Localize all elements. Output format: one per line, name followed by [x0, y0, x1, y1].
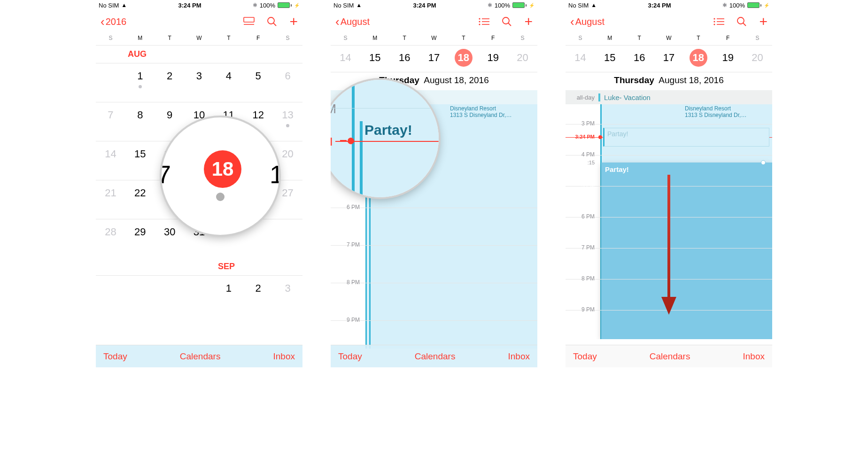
- drag-handle-icon[interactable]: [761, 160, 766, 165]
- screen-day-view: No SIM▲ 3:24 PM ✱100%⚡ ‹August + SMTWTFS…: [331, 0, 537, 367]
- status-bar: No SIM▲ 3:24 PM ✱100%⚡: [331, 0, 537, 10]
- svg-point-10: [503, 17, 509, 24]
- view-toggle-icon[interactable]: [243, 17, 255, 26]
- weekday-header: SMTWTFS: [331, 33, 537, 46]
- chevron-left-icon: ‹: [570, 17, 574, 26]
- toolbar: Today Calendars Inbox: [96, 345, 302, 367]
- magnifier-loupe: 7 18 1: [162, 117, 279, 235]
- back-label: August: [341, 16, 370, 27]
- allday-event[interactable]: Luke- Vacation: [598, 93, 772, 101]
- wifi-icon: ▲: [121, 2, 127, 8]
- add-icon[interactable]: +: [289, 14, 298, 30]
- svg-point-6: [479, 21, 480, 22]
- event-location: Disneyland Resort1313 S Disneyland Dr,…: [685, 105, 769, 118]
- svg-point-14: [714, 21, 715, 22]
- event-dragging[interactable]: Partay!: [601, 163, 772, 339]
- day-selected[interactable]: 18: [449, 48, 478, 67]
- svg-point-16: [714, 23, 715, 25]
- drag-direction-arrow-icon: [659, 175, 678, 316]
- date-title: Thursday August 18, 2016: [566, 72, 772, 90]
- month-grid-sep: 123: [96, 276, 302, 314]
- list-toggle-icon[interactable]: [713, 17, 724, 26]
- back-button[interactable]: ‹2016: [101, 16, 126, 27]
- back-button[interactable]: ‹August: [570, 16, 604, 27]
- day-1[interactable]: 1: [125, 63, 155, 102]
- carrier-label: No SIM: [99, 2, 119, 9]
- svg-point-2: [268, 17, 274, 24]
- allday-label: all-day: [566, 94, 598, 101]
- screen-day-drag: No SIM▲ 3:24 PM ✱100%⚡ ‹August + SMTWTFS…: [566, 0, 772, 367]
- toolbar: Today Calendars Inbox: [566, 345, 772, 367]
- status-bar: No SIM▲ 3:24 PM ✱100%⚡: [96, 0, 302, 10]
- event-location: Disneyland Resort1313 S Disneyland Dr,…: [450, 105, 535, 118]
- back-button[interactable]: ‹August: [335, 16, 370, 27]
- toolbar: Today Calendars Inbox: [331, 345, 537, 367]
- status-time: 3:24 PM: [178, 2, 201, 9]
- charging-icon: ⚡: [294, 3, 300, 8]
- bluetooth-icon: ✱: [488, 2, 492, 8]
- svg-point-18: [737, 17, 744, 24]
- battery-pct: 100%: [260, 2, 275, 9]
- weekday-header: SMTWTFS: [566, 33, 772, 46]
- month-label-sep[interactable]: SEP: [96, 258, 302, 276]
- search-icon[interactable]: [736, 16, 747, 27]
- inbox-button[interactable]: Inbox: [508, 351, 530, 362]
- charging-icon: ⚡: [529, 3, 535, 8]
- battery-icon: [747, 2, 761, 8]
- today-button[interactable]: Today: [573, 351, 597, 362]
- day-timeline[interactable]: Disneyland Resort1313 S Disneyland Dr,… …: [566, 104, 772, 339]
- bluetooth-icon: ✱: [722, 2, 727, 8]
- wifi-icon: ▲: [591, 2, 597, 8]
- today-button[interactable]: Today: [103, 351, 127, 362]
- chevron-left-icon: ‹: [101, 17, 105, 26]
- allday-row[interactable]: all-dayLuke- Vacation: [566, 90, 772, 104]
- battery-icon: [278, 2, 292, 8]
- search-icon[interactable]: [502, 16, 512, 27]
- inbox-button[interactable]: Inbox: [743, 351, 765, 362]
- screen-month-view: No SIM▲ 3:24 PM ✱100%⚡ ‹2016 + SMTWTFS A…: [96, 0, 302, 367]
- nav-bar: ‹August +: [566, 10, 772, 33]
- chevron-left-icon: ‹: [335, 17, 340, 26]
- add-icon[interactable]: +: [759, 14, 767, 30]
- search-icon[interactable]: [267, 16, 277, 27]
- day-strip: 14151617181920: [566, 46, 772, 72]
- back-label: 2016: [106, 16, 127, 27]
- battery-icon: [512, 2, 527, 8]
- day-strip: 14151617181920: [331, 46, 537, 72]
- status-bar: No SIM▲ 3:24 PM ✱100%⚡: [566, 0, 772, 10]
- quarter-hour-label: :15: [566, 160, 595, 165]
- weekday-header: SMTWTFS: [96, 33, 302, 46]
- svg-point-4: [479, 18, 480, 19]
- back-label: August: [575, 16, 604, 27]
- add-icon[interactable]: +: [524, 14, 533, 30]
- nav-bar: ‹2016 +: [96, 10, 302, 33]
- inbox-button[interactable]: Inbox: [273, 351, 295, 362]
- bluetooth-icon: ✱: [253, 2, 257, 8]
- svg-line-19: [743, 23, 746, 26]
- svg-point-8: [479, 23, 480, 25]
- charging-icon: ⚡: [764, 3, 769, 8]
- event-ghost[interactable]: Partay!: [603, 128, 769, 147]
- svg-line-11: [508, 23, 511, 26]
- wifi-icon: ▲: [356, 2, 362, 8]
- svg-rect-0: [244, 17, 254, 22]
- calendars-button[interactable]: Calendars: [415, 351, 456, 362]
- nav-bar: ‹August +: [331, 10, 537, 33]
- calendars-button[interactable]: Calendars: [650, 351, 690, 362]
- month-label-aug[interactable]: AUG: [96, 46, 302, 63]
- calendars-button[interactable]: Calendars: [180, 351, 221, 362]
- today-button[interactable]: Today: [338, 351, 362, 362]
- svg-point-12: [714, 18, 715, 19]
- svg-line-3: [273, 23, 276, 26]
- day-selected[interactable]: 18: [683, 48, 713, 67]
- list-toggle-icon[interactable]: [478, 17, 489, 26]
